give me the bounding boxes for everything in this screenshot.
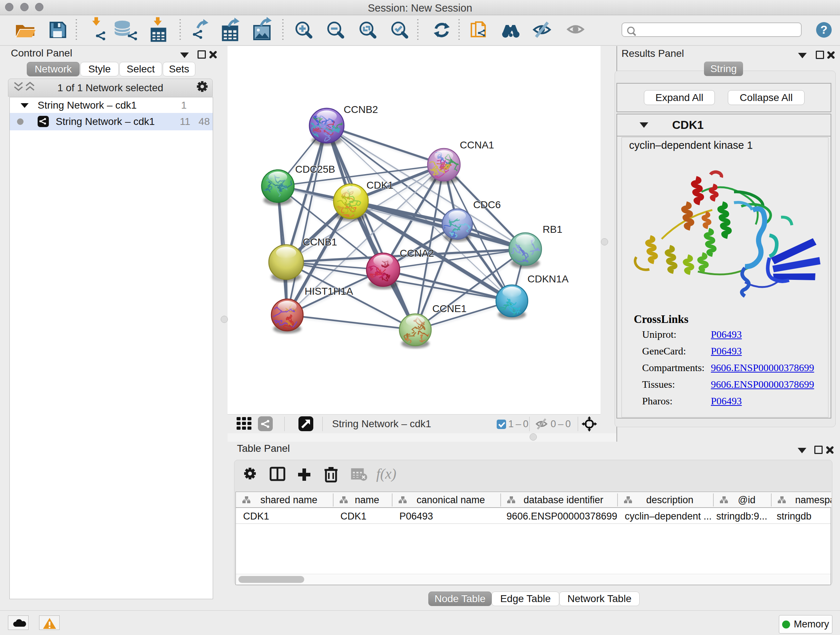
svg-text:canonical name: canonical name [416, 494, 485, 505]
svg-text:CCNE1: CCNE1 [432, 303, 467, 314]
svg-text:HIST1H1A: HIST1H1A [305, 286, 353, 297]
svg-text:name: name [355, 494, 379, 505]
svg-text:CCNA2: CCNA2 [400, 248, 434, 259]
svg-text:@id: @id [738, 494, 755, 505]
svg-text:CDK1: CDK1 [366, 180, 393, 191]
svg-text:CCNA1: CCNA1 [460, 139, 494, 150]
svg-text:namespace: namespace [795, 494, 831, 505]
svg-text:RB1: RB1 [543, 224, 562, 235]
svg-text:CCNB2: CCNB2 [344, 104, 378, 115]
svg-text:CDC25B: CDC25B [295, 164, 335, 175]
svg-text:database identifier: database identifier [523, 494, 603, 505]
svg-text:CDKN1A: CDKN1A [527, 273, 569, 285]
svg-text:description: description [646, 494, 693, 505]
svg-text:CCNB1: CCNB1 [303, 236, 337, 248]
svg-text:CDC6: CDC6 [473, 199, 501, 211]
svg-text:f(x): f(x) [376, 466, 396, 482]
svg-text:shared name: shared name [261, 494, 317, 505]
